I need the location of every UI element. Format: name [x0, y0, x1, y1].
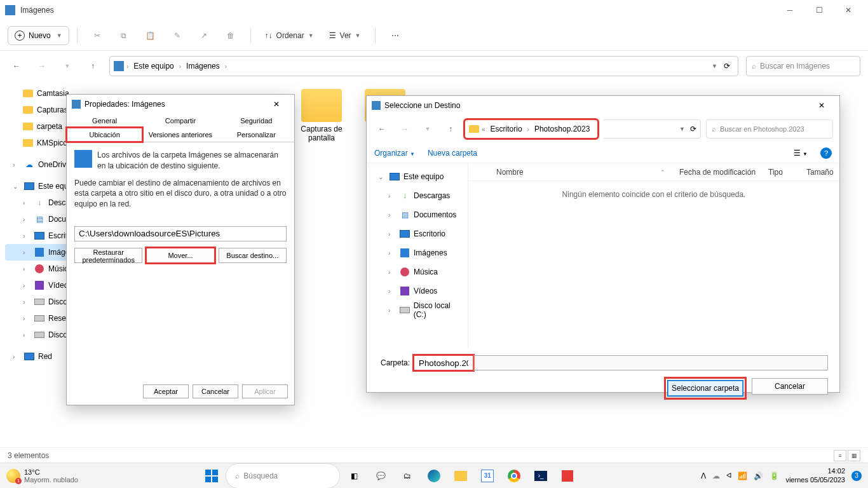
new-folder-button[interactable]: Nueva carpeta: [428, 149, 477, 158]
dialog-title-bar[interactable]: Seleccione un Destino ✕: [367, 96, 839, 115]
close-button[interactable]: ✕: [834, 0, 863, 20]
refresh-icon[interactable]: ⟳: [724, 62, 730, 71]
apply-button[interactable]: Aplicar: [242, 384, 288, 398]
search-input[interactable]: ⌕ Buscar en Imágenes: [746, 56, 860, 76]
sort-icon: ↑↓: [265, 31, 273, 40]
language-button[interactable]: ᐊ: [726, 471, 731, 480]
file-list[interactable]: Nombre ⌃ Fecha de modificación Tipo Tama…: [468, 163, 839, 348]
svg-rect-3: [212, 477, 218, 482]
rename-icon: ✎: [174, 31, 180, 40]
view-button[interactable]: ☰ Ver ▼: [323, 27, 367, 44]
folder-item[interactable]: Capturas de pantalla: [296, 89, 347, 142]
app-icon: [372, 101, 381, 110]
volume-icon[interactable]: 🔊: [754, 471, 763, 480]
up-button[interactable]: ↑: [84, 57, 102, 75]
address-bar[interactable]: › Este equipo › Imágenes › ▼ ⟳: [109, 56, 738, 76]
start-button[interactable]: [199, 463, 224, 489]
help-button[interactable]: ?: [820, 147, 832, 159]
move-button[interactable]: Mover...: [146, 248, 214, 263]
clock[interactable]: 14:02 viernes 05/05/2023: [785, 467, 845, 484]
up-button[interactable]: ↑: [442, 120, 459, 138]
cancel-button[interactable]: Cancelar: [752, 378, 828, 395]
recent-button[interactable]: ▼: [419, 120, 437, 138]
view-list-button[interactable]: ≡: [834, 450, 846, 461]
terminal-button[interactable]: ›_: [528, 463, 553, 489]
edge-button[interactable]: [421, 463, 447, 489]
battery-icon[interactable]: 🔋: [770, 471, 779, 480]
widgets-button[interactable]: 💬: [368, 463, 393, 489]
explorer-button[interactable]: 🗂: [395, 463, 420, 489]
weather-widget[interactable]: 1 13°C Mayorm. nublado: [6, 468, 78, 484]
back-button[interactable]: ←: [373, 120, 391, 138]
tree-item-music[interactable]: ›Música: [370, 262, 464, 281]
svg-rect-1: [212, 470, 218, 475]
select-folder-button[interactable]: Seleccionar carpeta: [667, 380, 743, 396]
delete-button[interactable]: 🗑: [219, 25, 243, 46]
chevron-down-icon[interactable]: ▼: [679, 126, 685, 132]
wifi-icon[interactable]: 📶: [738, 471, 747, 480]
column-date[interactable]: Fecha de modificación: [674, 168, 763, 177]
address-bar[interactable]: « Escritorio › Photoshop.2023: [465, 119, 598, 139]
taskbar-search[interactable]: ⌕ Búsqueda: [226, 463, 340, 489]
tab-versiones[interactable]: Versiones anteriores: [142, 128, 218, 142]
sort-button[interactable]: ↑↓ Ordenar ▼: [259, 27, 320, 44]
paste-button[interactable]: 📋: [139, 25, 163, 46]
tree-item-desktop[interactable]: ›Escritorio: [370, 224, 464, 243]
organize-button[interactable]: Organizar ▼: [374, 149, 415, 158]
column-name[interactable]: Nombre: [491, 168, 655, 177]
forward-button[interactable]: →: [33, 57, 51, 75]
new-button[interactable]: + Nuevo ▼: [8, 26, 69, 45]
tab-personalizar[interactable]: Personalizar: [219, 128, 294, 142]
restore-defaults-button[interactable]: Restaurar predeterminados: [74, 248, 142, 263]
breadcrumb-item[interactable]: Photoshop.2023: [532, 123, 592, 135]
ok-button[interactable]: Aceptar: [143, 384, 189, 398]
folder-input[interactable]: [415, 356, 472, 369]
find-target-button[interactable]: Buscar destino...: [219, 248, 287, 263]
tab-general[interactable]: General: [67, 114, 142, 128]
back-button[interactable]: ←: [8, 57, 25, 75]
cut-button[interactable]: ✂: [85, 25, 109, 46]
minimize-button[interactable]: ─: [775, 0, 804, 20]
view-options-button[interactable]: ☰ ▼: [794, 149, 808, 158]
more-button[interactable]: ⋯: [383, 25, 407, 46]
breadcrumb-item[interactable]: Este equipo: [131, 60, 176, 72]
tab-seguridad[interactable]: Seguridad: [219, 114, 294, 128]
copy-button[interactable]: ⧉: [112, 25, 136, 46]
recent-button[interactable]: ▼: [58, 57, 76, 75]
chevron-down-icon[interactable]: ▼: [712, 63, 717, 69]
breadcrumb-item[interactable]: Imágenes: [184, 60, 222, 72]
column-size[interactable]: Tamaño: [801, 168, 839, 177]
tab-ubicacion[interactable]: Ubicación: [67, 128, 142, 142]
tree-item-pictures[interactable]: ›Imágenes: [370, 243, 464, 262]
refresh-icon[interactable]: ⟳: [690, 125, 696, 133]
view-grid-button[interactable]: ▦: [848, 450, 860, 461]
share-button[interactable]: ↗: [192, 25, 216, 46]
app-button[interactable]: [555, 463, 580, 489]
pictures-icon: [74, 150, 92, 168]
tree-item-documents[interactable]: ›▤Documentos: [370, 205, 464, 224]
chrome-button[interactable]: [501, 463, 527, 489]
tree-item-disk-c[interactable]: ›Disco local (C:): [370, 301, 464, 320]
chrome-icon: [508, 470, 520, 482]
tray-expand-button[interactable]: ᐱ: [701, 471, 706, 480]
tree-item-this-pc[interactable]: ⌄Este equipo: [370, 167, 464, 186]
breadcrumb-item[interactable]: Escritorio: [488, 123, 525, 135]
column-type[interactable]: Tipo: [763, 168, 801, 177]
close-button[interactable]: ✕: [809, 101, 834, 110]
tree-item-videos[interactable]: ›Vídeos: [370, 281, 464, 301]
maximize-button[interactable]: ☐: [804, 0, 834, 20]
tab-compartir[interactable]: Compartir: [142, 114, 218, 128]
cancel-button[interactable]: Cancelar: [193, 384, 238, 398]
search-input[interactable]: ⌕ Buscar en Photoshop.2023: [706, 119, 833, 139]
tree-item-downloads[interactable]: ›↓Descargas: [370, 186, 464, 205]
path-input[interactable]: [74, 226, 287, 241]
notification-badge[interactable]: 3: [851, 471, 862, 481]
forward-button[interactable]: →: [396, 120, 414, 138]
dialog-title-bar[interactable]: Propiedades: Imágenes ✕: [67, 95, 294, 114]
close-button[interactable]: ✕: [264, 100, 289, 109]
calendar-button[interactable]: 31: [475, 463, 500, 489]
rename-button[interactable]: ✎: [165, 25, 189, 46]
explorer-button-2[interactable]: [448, 463, 473, 489]
task-view-button[interactable]: ◧: [341, 463, 367, 489]
onedrive-icon[interactable]: ☁: [712, 471, 720, 480]
